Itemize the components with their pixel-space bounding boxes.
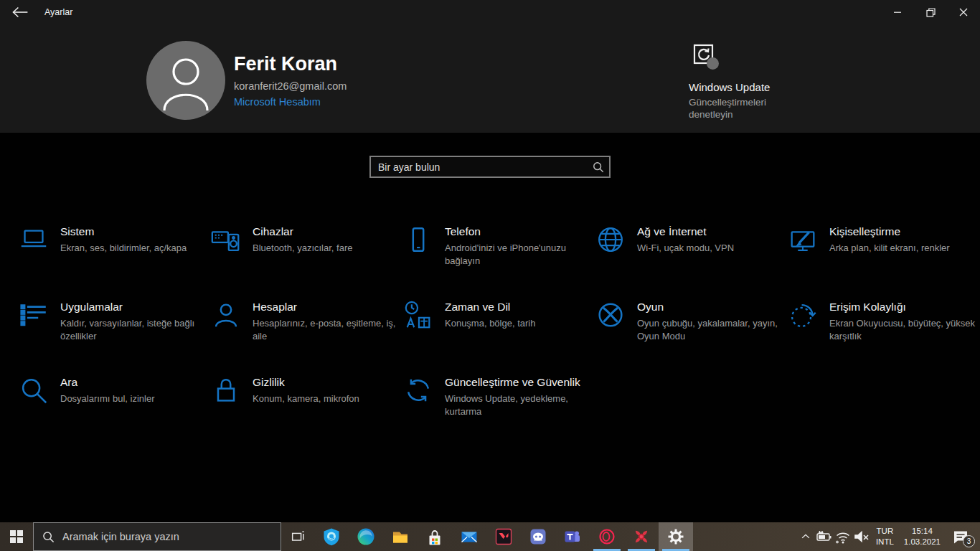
keyboard-layout: INTL [876,537,894,547]
chevron-up-icon [799,530,812,543]
gear-icon [666,527,685,546]
tile-subtitle: Arka plan, kilit ekranı, renkler [829,242,977,255]
notification-badge: 3 [963,535,975,547]
tile-title: Gizlilik [253,376,400,389]
tile-gizlilik[interactable]: GizlilikKonum, kamera, mikrofon [209,368,402,443]
teams-icon [563,527,582,546]
clock[interactable]: 15:141.03.2021 [899,522,946,551]
mail-icon [460,527,479,546]
time-language-icon [402,298,435,331]
file-explorer-icon [391,527,410,546]
taskbar-search-input[interactable] [62,531,281,542]
tile-subtitle: Ekran, ses, bildirimler, aç/kapa [60,242,208,255]
taskbar-search-icon [34,531,62,543]
windows-update-icon [689,39,722,72]
app-opera-gx[interactable] [590,522,624,551]
titlebar: Ayarlar [0,0,980,24]
app-teams[interactable] [555,522,590,551]
tile-hesaplar[interactable]: HesaplarHesaplarınız, e-posta, eşitleme,… [209,293,402,368]
tile-title: Ara [60,376,208,389]
tile-title: Telefon [445,225,593,238]
tile-subtitle: Android'inizi ve iPhone'unuzu bağlayın [445,242,593,268]
language-indicator[interactable]: TURINTL [871,522,899,551]
windows-update-shortcut[interactable]: Windows Update Güncelleştirmeleri denetl… [689,39,811,121]
user-email: koranferit26@gmail.com [234,80,347,92]
network-icon [594,223,627,256]
back-arrow-icon [11,4,29,20]
tile-title: Hesaplar [253,301,400,314]
tile-title: Sistem [60,225,208,238]
tile-uygulamalar[interactable]: UygulamalarKaldır, varsayılanlar, isteğe… [17,293,209,368]
tray-chevron-button[interactable] [796,522,815,551]
wifi-button[interactable] [834,522,852,551]
battery-button[interactable] [815,522,834,551]
accounts-icon [209,298,242,331]
windows-update-title: Windows Update [689,81,811,93]
task-view-button[interactable] [281,522,314,551]
hotspot-shield-icon [322,527,341,546]
person-icon [146,41,225,120]
app-hotspot-shield[interactable] [314,522,349,551]
tile-title: Zaman ve Dil [445,301,593,314]
lock-icon [209,374,242,407]
tile-subtitle: Ekran Okuyucusu, büyüteç, yüksek karşıtl… [829,317,977,343]
tile-subtitle: Konum, kamera, mikrofon [253,392,400,405]
tile-title: Cihazlar [253,225,400,238]
tile-title: Güncelleştirme ve Güvenlik [445,376,593,389]
tile-subtitle: Kaldır, varsayılanlar, isteğe bağlı özel… [60,317,208,343]
close-button[interactable] [947,0,980,24]
app-microsoft-store[interactable] [418,522,452,551]
tile-guncellestirme-ve-guvenlik[interactable]: Güncelleştirme ve GüvenlikWindows Update… [402,368,594,443]
windows-update-subtitle: Güncelleştirmeleri denetleyin [689,97,796,121]
avatar [146,41,225,120]
tile-kisisellestirme[interactable]: KişiselleştirmeArka plan, kilit ekranı, … [786,217,979,293]
app-discord[interactable] [521,522,555,551]
ease-of-access-icon [786,298,819,331]
settings-home: SistemEkran, ses, bildirimler, aç/kapa C… [0,133,980,522]
app-edge[interactable] [349,522,383,551]
window-controls [881,0,980,24]
windows-logo-icon [10,530,23,543]
task-view-icon [290,529,306,545]
tile-subtitle: Oyun çubuğu, yakalamalar, yayın, Oyun Mo… [637,317,785,343]
app-mail[interactable] [452,522,486,551]
sync-icon [402,374,435,407]
volume-mute-icon [853,528,870,545]
app-settings[interactable] [659,522,693,551]
tile-subtitle: Wi-Fi, uçak modu, VPN [637,242,785,255]
tile-cihazlar[interactable]: CihazlarBluetooth, yazıcılar, fare [209,217,402,293]
tile-oyun[interactable]: OyunOyun çubuğu, yakalamalar, yayın, Oyu… [594,293,786,368]
microsoft-account-link[interactable]: Microsoft Hesabım [234,96,321,108]
tray-date: 1.03.2021 [904,537,941,547]
back-button[interactable] [4,0,36,24]
volume-button[interactable] [852,522,871,551]
restore-button[interactable] [914,0,947,24]
tile-erisim-kolayligi[interactable]: Erişim KolaylığıEkran Okuyucusu, büyüteç… [786,293,979,368]
tile-zaman-ve-dil[interactable]: Zaman ve DilKonuşma, bölge, tarih [402,293,594,368]
tile-title: Kişiselleştirme [829,225,977,238]
settings-search[interactable] [369,156,611,178]
tray-time: 15:14 [904,526,941,537]
tile-ag-ve-internet[interactable]: Ağ ve İnternetWi-Fi, uçak modu, VPN [594,217,786,293]
system-icon [17,223,50,256]
app-zula[interactable] [624,522,659,551]
user-name: Ferit Koran [234,53,337,75]
tile-sistem[interactable]: SistemEkran, ses, bildirimler, aç/kapa [17,217,209,293]
taskbar: TURINTL 15:141.03.2021 3 [0,522,980,551]
settings-search-input[interactable] [371,161,588,173]
search-tile-icon [17,374,50,407]
search-icon [588,161,609,173]
tile-title: Ağ ve İnternet [637,225,785,238]
action-center-button[interactable]: 3 [946,522,976,551]
app-file-explorer[interactable] [383,522,418,551]
tile-ara[interactable]: AraDosyalarımı bul, izinler [17,368,209,443]
edge-icon [357,527,375,546]
taskbar-search[interactable] [33,522,281,551]
discord-icon [529,527,547,546]
opera-gx-icon [598,527,616,546]
tile-telefon[interactable]: TelefonAndroid'inizi ve iPhone'unuzu bağ… [402,217,594,293]
minimize-button[interactable] [881,0,914,24]
start-button[interactable] [0,522,33,551]
tile-title: Oyun [637,301,785,314]
app-valorant[interactable] [486,522,521,551]
